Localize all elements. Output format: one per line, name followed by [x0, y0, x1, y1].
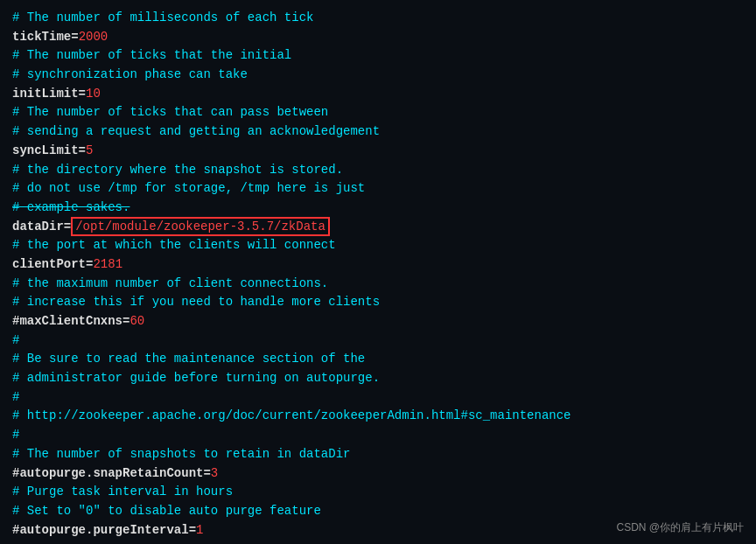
line-21: #: [12, 388, 744, 408]
val-ticktime: 2000: [79, 30, 108, 44]
line-25: #autopurge.snapRetainCount=3: [12, 464, 744, 484]
line-4: # synchronization phase can take: [12, 66, 744, 85]
line-19-text: Be sure to read the maintenance section …: [19, 352, 365, 366]
line-13: # the port at which the clients will con…: [12, 236, 744, 255]
key-snapretain: #autopurge.snapRetainCount=: [12, 466, 211, 480]
line-18: #: [12, 331, 744, 351]
comment-strike: # example sakes.: [12, 200, 130, 214]
line-23: #: [12, 426, 744, 445]
line-3: # The number of ticks that the initial: [12, 46, 744, 66]
key-datadir: dataDir=: [12, 220, 71, 234]
key-purgeinterval: #autopurge.purgeInterval=: [12, 523, 196, 537]
line-12: dataDir=/opt/module/zookeeper-3.5.7/zkDa…: [12, 218, 744, 237]
val-datadir: /opt/module/zookeeper-3.5.7/zkData: [71, 217, 330, 236]
line-20: # administrator guide before turning on …: [12, 369, 744, 388]
line-7: # sending a request and getting an ackno…: [12, 122, 744, 142]
val-clientport: 2181: [93, 257, 122, 271]
line-27: # Set to "0" to disable auto purge featu…: [12, 502, 744, 521]
val-synclimit: 5: [86, 143, 93, 157]
line-14: clientPort=2181: [12, 255, 744, 275]
line-2: tickTime=2000: [12, 28, 744, 47]
line-6: # The number of ticks that can pass betw…: [12, 103, 744, 122]
line-17: #maxClientCnxns=60: [12, 312, 744, 331]
line-11: # example sakes.: [12, 199, 744, 218]
line-16: # increase this if you need to handle mo…: [12, 293, 744, 312]
line-10: # do not use /tmp for storage, /tmp here…: [12, 179, 744, 199]
watermark: CSDN @你的肩上有片枫叶: [616, 520, 744, 535]
line-24: # The number of snapshots to retain in d…: [12, 445, 744, 464]
val-snapretain: 3: [211, 466, 218, 480]
key-maxclient: #maxClientCnxns=: [12, 314, 130, 328]
line-26: # Purge task interval in hours: [12, 483, 744, 502]
line-8: syncLimit=5: [12, 142, 744, 161]
line-22: # http://zookeeper.apache.org/doc/curren…: [12, 407, 744, 426]
val-purgeinterval: 1: [196, 523, 203, 537]
key-ticktime: tickTime=: [12, 30, 79, 44]
line-5: initLimit=10: [12, 85, 744, 104]
line-19: # Be sure to read the maintenance sectio…: [12, 350, 744, 369]
line-1: # The number of milliseconds of each tic…: [12, 9, 744, 28]
key-synclimit: syncLimit=: [12, 143, 86, 157]
val-initlimit: 10: [86, 87, 101, 101]
key-clientport: clientPort=: [12, 257, 93, 271]
val-maxclient: 60: [130, 314, 144, 328]
line-9: # the directory where the snapshot is st…: [12, 161, 744, 180]
key-initlimit: initLimit=: [12, 87, 86, 101]
terminal-window: # The number of milliseconds of each tic…: [0, 0, 756, 544]
line-15: # the maximum number of client connectio…: [12, 275, 744, 294]
